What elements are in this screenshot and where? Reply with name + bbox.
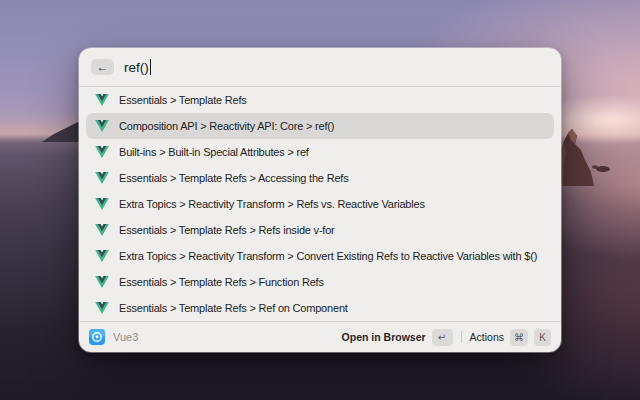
vue-logo-icon: [95, 302, 109, 314]
cmd-key-icon: ⌘: [510, 329, 528, 346]
vue-logo-icon: [95, 146, 109, 158]
result-label: Essentials > Template Refs > Accessing t…: [119, 172, 348, 184]
footer-bar: Vue3 Open in Browser ↵ Actions ⌘ K: [79, 322, 561, 352]
vue-logo-icon: [95, 94, 109, 106]
search-bar: ← ref(): [79, 48, 561, 86]
result-label: Extra Topics > Reactivity Transform > Co…: [119, 250, 537, 262]
vue-logo-icon: [95, 172, 109, 184]
vue-logo-icon: [95, 198, 109, 210]
extension-name: Vue3: [113, 331, 138, 343]
open-in-browser-action[interactable]: Open in Browser: [342, 331, 426, 343]
text-caret: [150, 59, 152, 75]
result-row[interactable]: Essentials > Template Refs > Function Re…: [86, 269, 554, 295]
result-label: Extra Topics > Reactivity Transform > Re…: [119, 198, 425, 210]
result-row[interactable]: Extra Topics > Reactivity Transform > Re…: [86, 191, 554, 217]
result-row[interactable]: Essentials > Template Refs > Refs inside…: [86, 217, 554, 243]
result-row[interactable]: Extra Topics > Reactivity Transform > Co…: [86, 243, 554, 269]
footer-separator: [461, 331, 462, 343]
search-input[interactable]: ref(): [124, 59, 151, 75]
footer-actions: Open in Browser ↵ Actions ⌘ K: [342, 329, 551, 346]
search-palette-window: ← ref() Essentials > Template Refs: [79, 48, 561, 352]
result-row[interactable]: Essentials > Template Refs > Accessing t…: [86, 165, 554, 191]
back-button[interactable]: ←: [91, 59, 114, 75]
sea-rock: [552, 126, 614, 190]
results-list: Essentials > Template Refs Composition A…: [79, 87, 561, 321]
result-label: Essentials > Template Refs: [119, 94, 247, 106]
result-row[interactable]: Composition API > Reactivity API: Core >…: [86, 113, 554, 139]
vue-logo-icon: [95, 224, 109, 236]
result-row[interactable]: Essentials > Template Refs: [86, 87, 554, 113]
k-key-icon: K: [534, 329, 551, 346]
vue-logo-icon: [95, 276, 109, 288]
enter-key-icon: ↵: [432, 329, 453, 346]
actions-button[interactable]: Actions: [470, 331, 504, 343]
result-label: Essentials > Template Refs > Refs inside…: [119, 224, 335, 236]
back-arrow-icon: ←: [97, 61, 109, 73]
result-row[interactable]: Essentials > Template Refs > Ref on Comp…: [86, 295, 554, 321]
search-query-text: ref(): [124, 60, 149, 75]
result-label: Built-ins > Built-in Special Attributes …: [119, 146, 309, 158]
result-row[interactable]: Built-ins > Built-in Special Attributes …: [86, 139, 554, 165]
vue-logo-icon: [95, 250, 109, 262]
result-label: Essentials > Template Refs > Function Re…: [119, 276, 324, 288]
footer-source: Vue3: [89, 329, 138, 345]
vue3-extension-icon: [89, 329, 105, 345]
result-label: Composition API > Reactivity API: Core >…: [119, 120, 334, 132]
result-label: Essentials > Template Refs > Ref on Comp…: [119, 302, 348, 314]
vue-logo-icon: [95, 120, 109, 132]
